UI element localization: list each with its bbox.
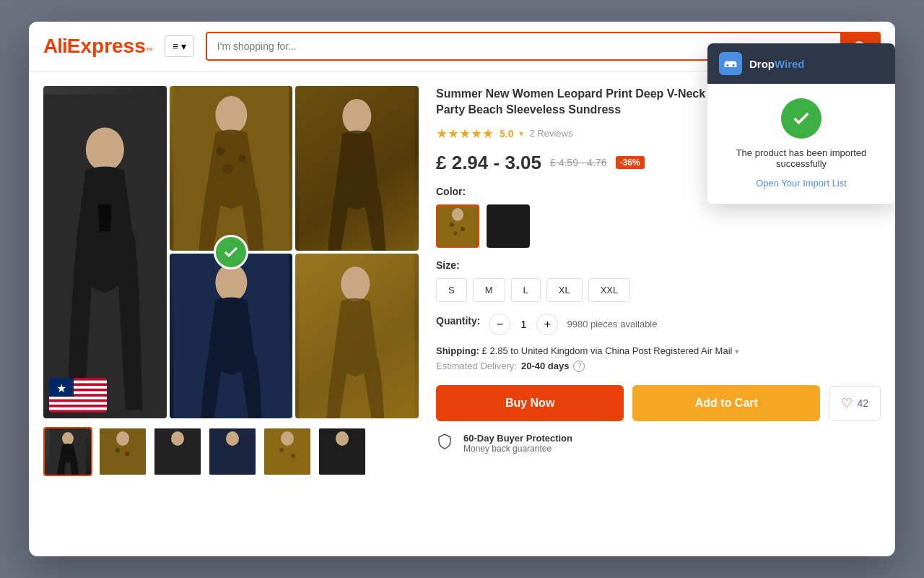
dropwired-logo-icon [719, 52, 742, 75]
main-images: ★ [43, 86, 419, 418]
main-image-large[interactable]: ★ [43, 86, 167, 418]
svg-point-37 [291, 454, 295, 458]
shipping-arrow: ▾ [735, 347, 739, 355]
dropwired-popup: DropWired The product has been imported … [707, 43, 895, 204]
thumbnail-strip [43, 427, 419, 476]
svg-point-15 [216, 147, 225, 155]
delivery-row: Estimated Delivery: 20-40 days ? [436, 361, 881, 372]
svg-point-44 [454, 231, 458, 235]
flag-badge: ★ [49, 378, 107, 413]
protection-sub: Money back guarantee [463, 444, 572, 454]
success-message: The product has been imported successful… [722, 147, 881, 169]
review-count: 2 Reviews [529, 128, 572, 139]
wishlist-count: 42 [857, 397, 868, 409]
logo: Ali Express ™ [43, 35, 153, 58]
svg-point-36 [279, 448, 284, 452]
main-image-bottom-right-2[interactable] [295, 254, 419, 418]
thumb-5[interactable] [263, 427, 312, 476]
protection-title: 60-Day Buyer Protection [463, 433, 572, 444]
size-m[interactable]: M [473, 278, 505, 302]
color-options [436, 204, 881, 248]
add-to-cart-button[interactable]: Add to Cart [632, 385, 820, 421]
quantity-label: Quantity: [436, 315, 480, 327]
shipping-via: to United Kingdom via China Post Registe… [510, 345, 732, 356]
svg-text:★: ★ [56, 382, 66, 394]
svg-point-39 [336, 431, 349, 446]
gallery-section: ★ [43, 86, 419, 541]
svg-point-3 [86, 127, 124, 171]
dropwired-body: The product has been imported successful… [707, 84, 895, 204]
wired-text: Wired [775, 58, 805, 70]
size-xl[interactable]: XL [546, 278, 583, 302]
drop-text: Drop [749, 58, 775, 70]
delivery-label: Estimated Delivery: [436, 361, 517, 371]
logo-ali: Ali [43, 35, 67, 58]
discount-badge: -36% [616, 156, 645, 169]
stars: ★★★★★ [436, 126, 494, 142]
rating-arrow: ▾ [519, 129, 523, 139]
svg-point-17 [222, 164, 232, 174]
quantity-value: 1 [510, 319, 536, 330]
svg-point-31 [171, 431, 184, 446]
svg-point-46 [733, 64, 735, 66]
color-swatch-black[interactable] [487, 204, 530, 248]
size-label: Size: [436, 259, 881, 271]
rating-number: 5.0 [500, 128, 513, 139]
shipping-cost: £ 2.85 [482, 345, 508, 356]
svg-point-29 [125, 452, 129, 456]
svg-point-25 [62, 432, 74, 445]
import-check-badge [214, 235, 248, 269]
action-row: Buy Now Add to Cart ♡ 42 [436, 385, 881, 421]
protection-row: 60-Day Buyer Protection Money back guara… [436, 433, 881, 454]
svg-point-45 [726, 64, 728, 66]
svg-point-33 [226, 431, 239, 446]
browser-window: Ali Express ™ ≡ ▾ [29, 22, 895, 556]
shipping-row: Shipping: £ 2.85 to United Kingdom via C… [436, 345, 881, 356]
price-main: £ 2.94 - 3.05 [436, 152, 541, 174]
size-s[interactable]: S [436, 278, 467, 302]
svg-point-14 [215, 96, 247, 134]
open-import-list-link[interactable]: Open Your Import List [756, 178, 847, 189]
quantity-decrease[interactable]: − [489, 314, 510, 335]
svg-point-28 [116, 448, 120, 452]
dropwired-title: DropWired [749, 58, 805, 70]
size-section: Size: S M L XL XXL [436, 259, 881, 302]
svg-point-41 [452, 208, 463, 221]
price-original: £ 4.59 - 4.76 [550, 157, 607, 168]
quantity-control: − 1 + [489, 314, 558, 335]
size-l[interactable]: L [511, 278, 541, 302]
size-xxl[interactable]: XXL [588, 278, 631, 302]
svg-rect-9 [49, 402, 107, 405]
delivery-time: 20-40 days [521, 361, 570, 371]
svg-point-23 [341, 267, 370, 301]
logo-tm: ™ [146, 46, 153, 54]
main-image-bottom-right-1[interactable] [170, 254, 293, 418]
svg-point-19 [343, 99, 372, 134]
menu-button[interactable]: ≡ ▾ [165, 35, 194, 57]
svg-point-42 [450, 223, 454, 227]
thumb-6[interactable] [318, 427, 367, 476]
quantity-row: Quantity: − 1 + 9980 pieces available [436, 314, 881, 335]
delivery-info-icon: ? [573, 361, 585, 372]
thumb-3[interactable] [153, 427, 202, 476]
quantity-available: 9980 pieces available [567, 319, 657, 329]
quantity-increase[interactable]: + [536, 314, 558, 335]
thumb-4[interactable] [208, 427, 257, 476]
shield-icon [436, 433, 456, 453]
svg-point-43 [461, 227, 465, 231]
wishlist-button[interactable]: ♡ 42 [829, 386, 881, 420]
logo-express: Express [67, 35, 146, 58]
buy-now-button[interactable]: Buy Now [436, 385, 624, 421]
thumb-2[interactable] [98, 427, 147, 476]
color-swatch-leopard[interactable] [436, 204, 479, 248]
svg-rect-10 [49, 407, 107, 410]
menu-icon: ≡ ▾ [173, 40, 186, 52]
svg-point-27 [116, 431, 129, 446]
main-image-top-right[interactable] [170, 86, 293, 251]
shipping-label: Shipping: [436, 345, 479, 356]
svg-rect-2 [43, 95, 167, 410]
main-image-top-right-2[interactable] [295, 86, 419, 251]
thumb-1[interactable] [43, 427, 92, 476]
dropwired-header: DropWired [707, 43, 895, 84]
size-options: S M L XL XXL [436, 278, 881, 302]
